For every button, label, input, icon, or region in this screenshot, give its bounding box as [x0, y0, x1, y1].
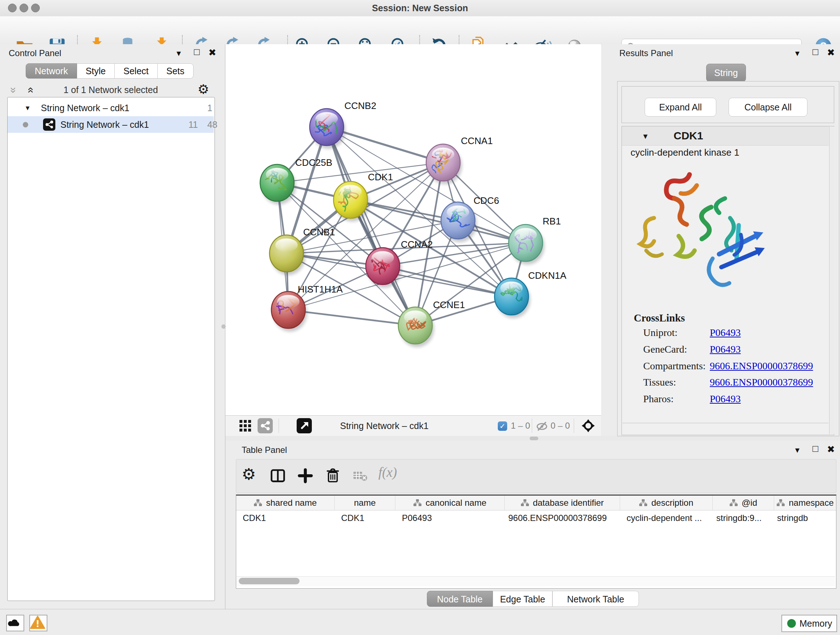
- network-row-selected[interactable]: String Network – cdk1 11 48: [8, 116, 214, 133]
- results-scrollbar[interactable]: [829, 127, 834, 434]
- tab-network[interactable]: Network: [26, 63, 77, 79]
- tab-node-table[interactable]: Node Table: [427, 591, 493, 607]
- panel-float-icon[interactable]: □: [813, 444, 818, 453]
- title-bar: Session: New Session: [0, 0, 840, 17]
- control-panel-tabs: Network Style Select Sets: [26, 63, 194, 79]
- gene-panel-header[interactable]: [622, 126, 829, 146]
- panel-float-icon[interactable]: □: [194, 47, 200, 57]
- column-header[interactable]: canonical name: [395, 496, 505, 510]
- add-column-icon[interactable]: [297, 468, 313, 485]
- network-collection-row[interactable]: ▾ String Network – cdk1 1: [8, 100, 214, 116]
- crosslink-tissues-link[interactable]: 9606.ENSP00000378699: [710, 377, 813, 388]
- panel-collapse-icon[interactable]: ▾: [795, 49, 799, 58]
- panel-close-icon[interactable]: ✖: [827, 48, 835, 57]
- network-selection-status: 1 of 1 Network selected: [43, 85, 178, 95]
- panel-collapse-icon[interactable]: ▾: [177, 49, 181, 58]
- table-header-row: shared name name canonical name database…: [236, 496, 836, 510]
- tab-style[interactable]: Style: [77, 63, 115, 79]
- collapse-all-button[interactable]: Collapse All: [729, 98, 807, 117]
- tab-string[interactable]: String: [706, 64, 746, 82]
- network-node-CDKN1A[interactable]: [494, 278, 531, 318]
- crosslink-label: GeneCard:: [643, 344, 687, 355]
- results-panel-title: Results Panel: [619, 48, 673, 58]
- network-label: String Network – cdk1: [60, 116, 149, 133]
- tab-sets[interactable]: Sets: [158, 63, 194, 79]
- panel-close-icon[interactable]: ✖: [208, 48, 216, 57]
- network-node-CDK1[interactable]: [333, 181, 369, 222]
- crosslink-pharos-link[interactable]: P06493: [710, 393, 741, 405]
- gene-expand-icon[interactable]: ▾: [643, 131, 647, 141]
- share-view-icon[interactable]: [257, 418, 273, 433]
- collection-count: 1: [207, 100, 212, 116]
- current-network-dot: [23, 122, 28, 127]
- memory-label: Memory: [799, 616, 832, 631]
- panel-float-icon[interactable]: □: [813, 47, 818, 57]
- table-hscrollbar-thumb[interactable]: [239, 578, 300, 584]
- bottom-splitter-handle[interactable]: [530, 437, 538, 440]
- cloud-button[interactable]: [6, 615, 24, 631]
- network-edge: [383, 266, 512, 296]
- toolbar-separator: [532, 418, 532, 433]
- column-header[interactable]: namespace: [774, 496, 836, 510]
- table-gear-icon[interactable]: ⚙: [242, 465, 256, 483]
- crosslink-compartments-link[interactable]: 9606.ENSP00000378699: [710, 360, 813, 372]
- crosslink-genecard-link[interactable]: P06493: [710, 344, 741, 355]
- column-header[interactable]: database identifier: [505, 496, 620, 510]
- tab-select[interactable]: Select: [115, 63, 157, 79]
- expand-all-button[interactable]: Expand All: [645, 98, 716, 117]
- main-toolbar: ?: [0, 16, 840, 44]
- column-header[interactable]: name: [335, 496, 395, 510]
- crosslink-uniprot-link[interactable]: P06493: [710, 327, 741, 339]
- table-hscrollbar-track[interactable]: [237, 576, 835, 586]
- gene-name: CDK1: [674, 130, 703, 142]
- delete-table-icon: [353, 470, 368, 484]
- cell-namespace: stringdb: [774, 510, 836, 526]
- node-label-CCNA1: CCNA1: [461, 135, 493, 146]
- tab-network-table[interactable]: Network Table: [553, 591, 639, 607]
- network-node-CDC25B[interactable]: [260, 165, 296, 204]
- memory-button[interactable]: Memory: [782, 615, 837, 632]
- crosslink-label: Compartments:: [643, 360, 706, 372]
- cloud-icon: [7, 616, 22, 629]
- table-row[interactable]: CDK1 CDK1 P06493 9606.ENSP00000378699 cy…: [236, 510, 836, 526]
- divider: [622, 423, 829, 423]
- selected-checkbox-icon[interactable]: ✓: [498, 421, 507, 431]
- memory-status-dot: [787, 619, 796, 628]
- function-builder-icon[interactable]: f(x): [378, 464, 397, 480]
- open-in-window-icon[interactable]: [297, 418, 312, 433]
- cell-name: CDK1: [335, 510, 395, 526]
- network-node-CCNA1[interactable]: [426, 144, 462, 184]
- hidden-eye-icon: [536, 420, 548, 434]
- network-node-CDC6[interactable]: [441, 202, 477, 242]
- status-bar: [0, 609, 840, 635]
- birdseye-crosshair-icon[interactable]: [581, 418, 595, 434]
- crosslinks-heading: CrossLinks: [634, 312, 685, 324]
- panel-close-icon[interactable]: ✖: [827, 445, 835, 454]
- collection-expand-icon[interactable]: ▾: [26, 100, 30, 116]
- node-label-CCNA2: CCNA2: [401, 239, 433, 250]
- collapse-all-networks-icon[interactable]: »: [8, 87, 20, 93]
- network-list: ▾ String Network – cdk1 1 String Network…: [7, 97, 215, 601]
- column-header[interactable]: shared name: [236, 496, 335, 510]
- column-header[interactable]: description: [620, 496, 713, 510]
- cell-shared-name: CDK1: [236, 510, 335, 526]
- table-panel-title: Table Panel: [242, 445, 287, 455]
- warnings-button[interactable]: [29, 615, 47, 631]
- node-label-CDC6: CDC6: [474, 195, 499, 206]
- window-title: Session: New Session: [0, 0, 840, 16]
- network-node-CCNE1[interactable]: [398, 307, 434, 347]
- network-options-gear-icon[interactable]: ⚙: [197, 82, 209, 97]
- network-node-CCNA2[interactable]: [364, 248, 401, 288]
- delete-column-icon[interactable]: [325, 468, 341, 485]
- tab-edge-table[interactable]: Edge Table: [493, 591, 553, 607]
- gene-description: cyclin-dependent kinase 1: [630, 147, 739, 158]
- network-node-RB1[interactable]: [508, 225, 545, 264]
- node-label-HIST1H1A: HIST1H1A: [298, 284, 343, 295]
- table-columns-icon[interactable]: [270, 468, 286, 485]
- expand-all-networks-icon[interactable]: »: [24, 87, 36, 93]
- left-splitter-handle[interactable]: [221, 325, 226, 329]
- network-graph: CCNB2CCNA1CDC25BCDK1CDC6RB1CCNB1CCNA2CDK…: [229, 47, 601, 415]
- column-header[interactable]: @id: [713, 496, 774, 510]
- panel-collapse-icon[interactable]: ▾: [795, 445, 799, 455]
- grid-mode-icon[interactable]: [239, 419, 252, 434]
